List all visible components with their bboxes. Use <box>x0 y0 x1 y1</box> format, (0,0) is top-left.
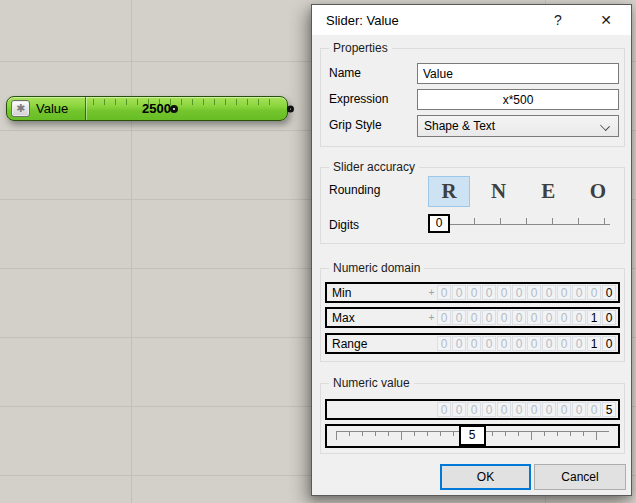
digit-cell[interactable]: 0 <box>467 310 481 325</box>
digit-cell[interactable]: 0 <box>542 285 556 300</box>
digit-cell[interactable]: 0 <box>512 285 526 300</box>
accuracy-legend: Slider accuracy <box>329 160 419 174</box>
digit-cell[interactable]: 0 <box>572 336 586 351</box>
digit-cell[interactable]: 0 <box>602 310 616 325</box>
rounding-option-r[interactable]: R <box>428 176 470 207</box>
output-port[interactable] <box>287 105 294 112</box>
digit-cell[interactable]: 0 <box>452 402 466 417</box>
value-slider-handle[interactable]: 5 <box>459 425 486 446</box>
digit-cell[interactable]: 0 <box>557 336 571 351</box>
digit-cell[interactable]: 0 <box>527 336 541 351</box>
digit-cell[interactable]: 0 <box>467 336 481 351</box>
range-row[interactable]: Range 000000000010 <box>325 333 620 354</box>
slider-track-ticks <box>93 99 271 105</box>
digit-cell[interactable]: 0 <box>602 336 616 351</box>
digit-cell[interactable]: 0 <box>497 402 511 417</box>
slider-accuracy-group: Slider accuracy Rounding R N E O Digits … <box>320 167 625 244</box>
slider-name-label: Value <box>36 101 68 116</box>
max-sign: + <box>427 312 436 323</box>
digit-cell[interactable]: 1 <box>587 336 601 351</box>
rounding-label: Rounding <box>329 183 380 197</box>
digit-cell[interactable]: 0 <box>572 285 586 300</box>
slider-track[interactable]: 2500 <box>86 97 287 120</box>
digit-cell[interactable]: 0 <box>557 402 571 417</box>
digit-cell[interactable]: 0 <box>527 285 541 300</box>
expression-label: Expression <box>329 92 388 106</box>
rounding-options: R N E O <box>428 176 619 207</box>
numeric-domain-group: Numeric domain Min + 000000000000 Max + … <box>320 268 625 362</box>
name-label: Name <box>329 66 361 80</box>
digit-cell[interactable]: 0 <box>452 310 466 325</box>
digit-cell[interactable]: 0 <box>602 285 616 300</box>
digit-cell[interactable]: 0 <box>482 310 496 325</box>
digit-cell[interactable]: 0 <box>437 310 451 325</box>
digit-cell[interactable]: 0 <box>587 285 601 300</box>
max-digits: 000000000010 <box>436 310 616 325</box>
digit-cell[interactable]: 0 <box>512 336 526 351</box>
slider-grip[interactable] <box>170 105 178 113</box>
close-icon[interactable]: ✕ <box>595 12 617 28</box>
digit-cell[interactable]: 0 <box>497 285 511 300</box>
cancel-button[interactable]: Cancel <box>534 464 626 490</box>
digit-cell[interactable]: 0 <box>482 285 496 300</box>
name-input[interactable] <box>417 63 619 84</box>
max-label: Max <box>327 311 427 325</box>
digit-cell[interactable]: 0 <box>527 310 541 325</box>
max-row[interactable]: Max + 000000000010 <box>325 307 620 328</box>
digit-cell[interactable]: 0 <box>542 310 556 325</box>
properties-group: Properties Name Expression Grip Style Sh… <box>320 48 625 147</box>
digit-cell[interactable]: 5 <box>602 402 616 417</box>
digit-cell[interactable]: 0 <box>437 336 451 351</box>
digit-cell[interactable]: 0 <box>512 402 526 417</box>
grip-style-label: Grip Style <box>329 118 382 132</box>
help-icon[interactable]: ? <box>547 12 569 28</box>
digit-cell[interactable]: 0 <box>542 336 556 351</box>
digit-cell[interactable]: 0 <box>557 310 571 325</box>
rounding-option-o[interactable]: O <box>577 176 619 207</box>
value-digits-row[interactable]: 000000000005 <box>325 399 620 420</box>
dialog-title: Slider: Value <box>326 13 547 28</box>
rounding-option-e[interactable]: E <box>527 176 569 207</box>
numeric-value-group: Numeric value 000000000005 5 <box>320 383 625 454</box>
min-label: Min <box>327 286 427 300</box>
digit-cell[interactable]: 0 <box>482 336 496 351</box>
digit-cell[interactable]: 0 <box>467 402 481 417</box>
digit-cell[interactable]: 1 <box>587 310 601 325</box>
numeric-domain-legend: Numeric domain <box>329 261 424 275</box>
digit-cell[interactable]: 0 <box>497 310 511 325</box>
range-digits: 000000000010 <box>436 336 616 351</box>
digit-cell[interactable]: 0 <box>497 336 511 351</box>
digit-cell[interactable]: 0 <box>482 402 496 417</box>
digit-cell[interactable]: 0 <box>572 310 586 325</box>
digits-slider-line <box>448 224 610 225</box>
value-slider[interactable]: 5 <box>325 424 620 448</box>
digit-cell[interactable]: 0 <box>437 402 451 417</box>
digit-cell[interactable]: 0 <box>452 336 466 351</box>
digit-cell[interactable]: 0 <box>452 285 466 300</box>
min-row[interactable]: Min + 000000000000 <box>325 282 620 303</box>
number-slider-component[interactable]: ✱ Value 2500 <box>6 96 288 121</box>
slider-name-section[interactable]: ✱ Value <box>7 97 86 120</box>
digit-cell[interactable]: 0 <box>557 285 571 300</box>
digit-cell[interactable]: 0 <box>437 285 451 300</box>
grid-line <box>131 0 132 503</box>
min-sign: + <box>427 287 436 298</box>
digit-cell[interactable]: 0 <box>527 402 541 417</box>
expression-input[interactable] <box>417 89 619 110</box>
min-digits: 000000000000 <box>436 285 616 300</box>
digit-cell[interactable]: 0 <box>572 402 586 417</box>
digits-slider-handle[interactable]: 0 <box>428 214 450 233</box>
slider-value-label: 2500 <box>121 97 171 120</box>
ok-button[interactable]: OK <box>440 464 531 490</box>
range-label: Range <box>327 337 427 351</box>
rounding-option-n[interactable]: N <box>478 176 520 207</box>
digit-cell[interactable]: 0 <box>512 310 526 325</box>
grip-style-select[interactable]: Shape & Text <box>417 115 619 137</box>
chevron-down-icon <box>601 122 609 130</box>
digit-cell[interactable]: 0 <box>587 402 601 417</box>
digit-cell[interactable]: 0 <box>467 285 481 300</box>
dialog-titlebar[interactable]: Slider: Value ? ✕ <box>312 5 631 35</box>
asterisk-icon[interactable]: ✱ <box>11 100 30 117</box>
digit-cell[interactable]: 0 <box>542 402 556 417</box>
digits-slider[interactable]: 0 <box>428 213 610 235</box>
